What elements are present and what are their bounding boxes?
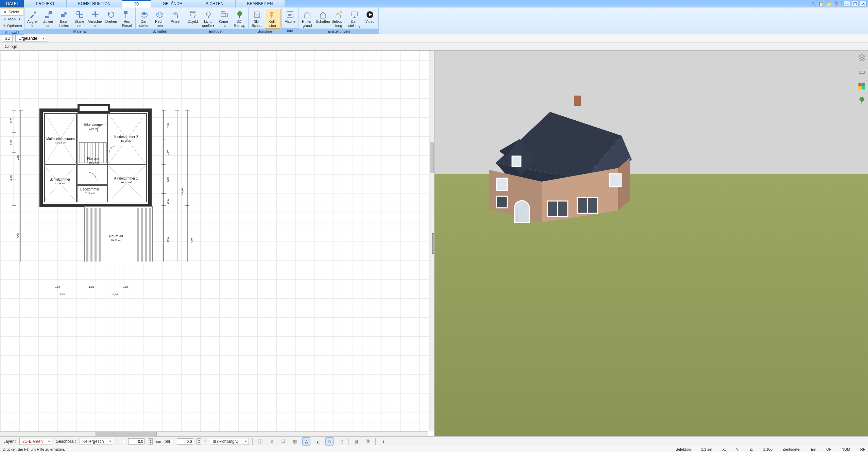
btn-abgreifen[interactable]: Abgrei-fen — [25, 9, 41, 29]
terrain-dropdown[interactable]: Urgelände▼ — [15, 35, 47, 42]
brush-icon — [121, 10, 132, 19]
tool-mark[interactable]: ✦ Mark. ▼ — [1, 16, 23, 22]
btn-hinpinsel[interactable]: Hin.Pinsel — [119, 9, 135, 29]
clock-icon[interactable]: 🕒 — [256, 437, 264, 446]
tree-side-icon[interactable] — [857, 96, 867, 105]
tool-optionen[interactable]: ✚ Optionen — [1, 22, 23, 29]
tool-selekt[interactable]: ➤ Selekt — [1, 8, 23, 16]
tab-file[interactable]: DATEI — [0, 0, 24, 7]
view-2d[interactable]: Erkerzimmer8,05 m² Multifunktionsraum18,… — [0, 50, 434, 436]
ribbon-spacer — [285, 0, 809, 7]
svg-point-22 — [270, 12, 273, 14]
room-bad: Badezimmer7,17 m² — [80, 187, 99, 195]
btn-video[interactable]: Video — [362, 9, 378, 24]
btn-kamera[interactable]: Kame-ra — [216, 9, 232, 29]
l-input[interactable] — [128, 438, 144, 445]
btn-zuweisen[interactable]: Zuwei-sen — [41, 9, 56, 29]
phi-input[interactable] — [177, 438, 193, 445]
clipboard-icon[interactable]: 📋 — [818, 1, 824, 7]
snap3-icon[interactable]: ◇ — [325, 437, 334, 446]
btn-3dbitmap[interactable]: 3D-Bitmap — [232, 9, 248, 29]
window-minimize[interactable]: — — [844, 1, 850, 6]
dim-h5: 7,46 — [16, 233, 19, 239]
house-bg-icon — [302, 10, 313, 19]
snap1-icon[interactable]: ◬ — [302, 437, 310, 446]
room-kind1: Kinderzimmer 116,17 m² — [114, 177, 138, 184]
btn-verschieben[interactable]: Verschie-ben — [88, 9, 103, 29]
house-3d — [475, 91, 645, 228]
status-z: Z: — [750, 447, 753, 451]
btn-kollision[interactable]: Kolli-sion — [265, 9, 280, 29]
phi-label: phi = — [165, 439, 173, 444]
svg-rect-8 — [177, 15, 178, 18]
view-mode-box[interactable]: 3D — [3, 35, 13, 42]
btn-hintergrund[interactable]: Hinter-grund — [300, 9, 315, 29]
tree-icon — [234, 10, 245, 19]
snap4-icon[interactable]: ⬚ — [337, 437, 345, 446]
btn-pinsel[interactable]: Pinsel — [168, 9, 183, 24]
furniture-icon[interactable] — [857, 67, 867, 77]
room-erker: Erkerzimmer8,05 m² — [84, 123, 103, 130]
dim-hr2: 2,07 — [166, 150, 169, 155]
btn-darstellung[interactable]: Dar-stellung — [346, 9, 362, 29]
phi-spinner[interactable]: ▲▼ — [197, 438, 201, 445]
btn-darstellen[interactable]: Dar-stellen — [136, 9, 152, 29]
play-icon — [364, 10, 375, 19]
btn-3dschnitt[interactable]: 3D-Schnitt — [249, 9, 265, 29]
layers-icon[interactable] — [857, 53, 867, 62]
window-close[interactable]: ✕ — [860, 1, 867, 6]
btn-schatten-einst[interactable]: Schatten — [315, 9, 331, 24]
wrench-icon[interactable]: 🔧 — [811, 1, 817, 7]
btn-beleuchtung[interactable]: Beleuch-tung — [331, 9, 346, 29]
tab-sichten[interactable]: SICHTEN — [194, 0, 236, 7]
group-material: Material — [24, 29, 135, 34]
snap2-icon[interactable]: ◭ — [314, 437, 322, 446]
btn-rechnen[interactable]: Rech-nen — [152, 9, 168, 29]
scroll-thumb[interactable] — [96, 432, 157, 436]
btn-skalieren[interactable]: Skalie-ren — [72, 9, 88, 29]
tab-projekt[interactable]: PROJEKT — [24, 0, 66, 7]
ribbon-right-tools: 🔧 📋 📁 ❓ — ❐ ✕ — [809, 0, 868, 7]
tab-gelaende[interactable]: GELÄNDE — [151, 0, 194, 7]
separator — [117, 438, 117, 445]
scale-icon — [74, 10, 85, 19]
btn-flaeche[interactable]: m²Fläche — [282, 9, 298, 24]
info-icon[interactable]: ℹ — [379, 437, 387, 446]
l-spinner[interactable]: ▲▼ — [148, 438, 153, 445]
status-help: Drücken Sie F1, um Hilfe zu erhalten. — [3, 447, 65, 451]
svg-rect-125 — [858, 86, 862, 89]
layers-btn-icon[interactable]: ▥ — [291, 437, 299, 446]
stack-icon[interactable]: ❐ — [279, 437, 287, 446]
btn-lichtquelle[interactable]: Licht-quelle ▾ — [201, 9, 216, 29]
status-bar: Drücken Sie F1, um Hilfe zu erhalten. Se… — [0, 446, 868, 452]
scroll-thumb[interactable] — [430, 143, 434, 173]
help-icon[interactable]: ❓ — [833, 1, 839, 7]
svg-point-16 — [223, 11, 225, 13]
house-shadow-icon — [318, 10, 328, 19]
tab-konstruktion[interactable]: KONSTRUKTION — [67, 0, 122, 7]
tab-bearbeiten[interactable]: BEARBEITEN — [236, 0, 285, 7]
tab-3d[interactable]: 3D — [122, 0, 151, 7]
btn-objekt[interactable]: Objekt — [185, 9, 201, 24]
layer-label: Layer : — [3, 439, 16, 444]
svg-rect-111 — [512, 156, 521, 166]
grid-btn-icon[interactable]: ▦ — [352, 437, 360, 446]
anchor-icon[interactable]: ⎚ — [268, 437, 276, 446]
assign-icon — [43, 10, 54, 19]
geschoss-dropdown[interactable]: Kellergesch▼ — [80, 438, 114, 445]
eyedropper-icon — [28, 10, 38, 19]
scrollbar-horizontal[interactable] — [0, 431, 428, 436]
shadow-brush-icon — [170, 10, 181, 19]
dim-h1: 2,20 — [10, 118, 13, 123]
palette-icon[interactable] — [857, 81, 867, 91]
layer-dropdown[interactable]: 2D-Elemen▼ — [19, 438, 52, 445]
btn-drehen[interactable]: Drehen — [103, 9, 119, 24]
north-icon[interactable]: Ⓝ — [364, 437, 372, 446]
dim-hr5: 8,00 — [166, 237, 169, 242]
window-restore[interactable]: ❐ — [852, 1, 858, 6]
house-light-icon — [333, 10, 344, 19]
richtung-dropdown[interactable]: dl (Richtung/Di▼ — [210, 438, 249, 445]
folder-icon[interactable]: 📁 — [826, 1, 832, 7]
view-3d[interactable] — [434, 50, 868, 436]
btn-bearbeiten[interactable]: Bear-beiten — [56, 9, 72, 29]
